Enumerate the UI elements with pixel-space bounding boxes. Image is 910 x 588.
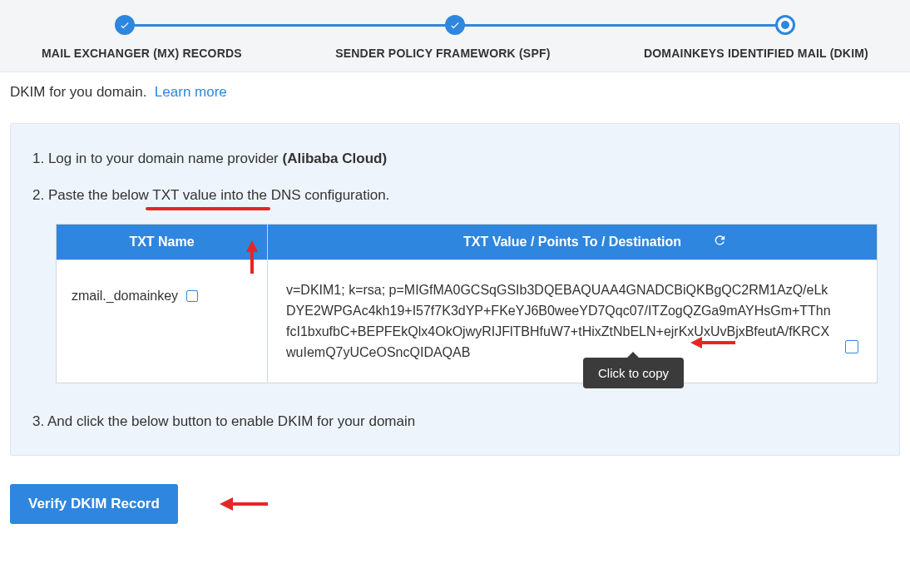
step-label-mx: MAIL EXCHANGER (MX) RECORDS [42, 47, 242, 60]
intro-text: DKIM for you domain. Learn more [0, 72, 910, 103]
instructions-panel: 1. Log in to your domain name provider (… [10, 123, 900, 456]
stepper: MAIL EXCHANGER (MX) RECORDS SENDER POLIC… [0, 0, 910, 72]
stepper-track [125, 15, 785, 35]
annotation-arrow-left [220, 495, 268, 513]
svg-marker-1 [690, 337, 702, 348]
dns-table: TXT Name zmail._domainkey TXT Value / Po… [56, 224, 878, 383]
check-icon [449, 19, 461, 31]
intro-fragment: DKIM for you domain. [10, 84, 146, 100]
step-node-spf[interactable] [445, 15, 465, 35]
td-txt-name: zmail._domainkey [57, 260, 267, 332]
th-txt-name: TXT Name [57, 225, 267, 260]
step-label-dkim: DOMAINKEYS IDENTIFIED MAIL (DKIM) [644, 47, 868, 60]
copy-icon[interactable] [186, 290, 198, 302]
svg-marker-3 [246, 240, 258, 252]
step-1-prefix: 1. Log in to your domain name provider [32, 151, 283, 166]
step-1: 1. Log in to your domain name provider (… [32, 151, 878, 167]
annotation-underline [146, 207, 270, 210]
step-3: 3. And click the below button to enable … [32, 413, 878, 430]
step-label-spf: SENDER POLICY FRAMEWORK (SPF) [335, 47, 550, 60]
td-txt-value: v=DKIM1; k=rsa; p=MIGfMA0GCSqGSIb3DQEBAQ… [268, 260, 877, 383]
step-node-dkim[interactable] [775, 15, 795, 35]
annotation-arrow-up [244, 240, 260, 274]
check-icon [119, 19, 131, 31]
verify-dkim-button[interactable]: Verify DKIM Record [10, 484, 178, 524]
copy-tooltip: Click to copy [583, 358, 684, 388]
step-1-provider: (Alibaba Cloud) [283, 151, 388, 166]
th-txt-value: TXT Value / Points To / Destination [268, 225, 877, 260]
step-node-mx[interactable] [115, 15, 135, 35]
txt-value-text: v=DKIM1; k=rsa; p=MIGfMA0GCSqGSIb3DQEBAQ… [286, 280, 833, 363]
annotation-arrow-left [690, 334, 735, 351]
svg-marker-5 [220, 497, 233, 511]
txt-name-value: zmail._domainkey [72, 289, 178, 304]
step-2: 2. Paste the below TXT value into the DN… [32, 187, 878, 204]
refresh-icon[interactable] [713, 234, 727, 251]
copy-icon[interactable] [845, 340, 858, 353]
th-txt-value-label: TXT Value / Points To / Destination [463, 235, 681, 249]
learn-more-link[interactable]: Learn more [155, 84, 227, 100]
